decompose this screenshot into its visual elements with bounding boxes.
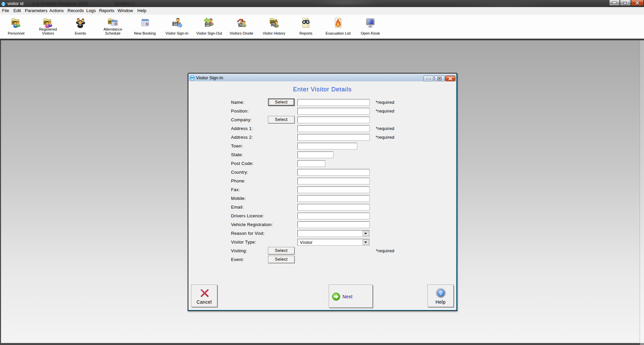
svg-text:?: ? bbox=[439, 290, 443, 296]
